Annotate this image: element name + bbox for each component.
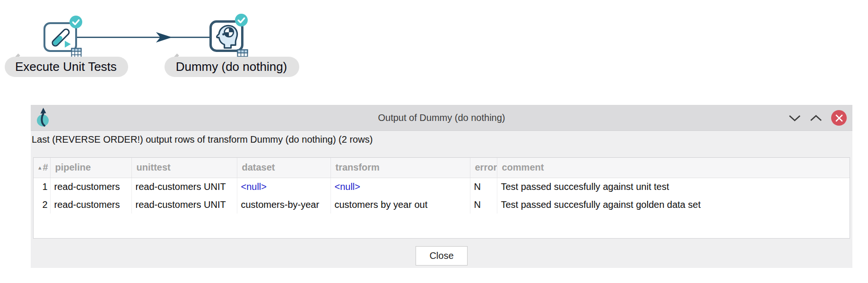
dialog-titlebar[interactable]: Output of Dummy (do nothing) — [31, 105, 852, 131]
column-header-unittest[interactable]: unittest — [131, 158, 237, 178]
cell-error: N — [470, 178, 497, 196]
cell-rownum: 2 — [34, 196, 50, 214]
pipeline-canvas: Execute Unit Tests Dummy (do nothing) — [0, 0, 868, 85]
sort-asc-icon: ▴ — [38, 164, 42, 171]
column-header-rownum[interactable]: ▴# — [34, 158, 50, 178]
maximize-button[interactable] — [810, 114, 822, 122]
transform-label-text: Execute Unit Tests — [15, 60, 117, 74]
cell-dataset: <null> — [237, 178, 330, 196]
cell-comment: Test passed succesfully against unit tes… — [497, 178, 850, 196]
transform-label-dummy[interactable]: Dummy (do nothing) — [165, 57, 299, 77]
output-summary-text: Last (REVERSE ORDER!) output rows of tra… — [32, 134, 373, 145]
cell-transform: customers by year out — [330, 196, 470, 214]
column-header-comment[interactable]: comment — [497, 158, 850, 178]
column-header-dataset[interactable]: dataset — [237, 158, 330, 178]
table-header-row: ▴# pipeline unittest dataset transform e… — [34, 158, 850, 178]
hop-link-arrow[interactable] — [77, 31, 209, 43]
output-rows-table: ▴# pipeline unittest dataset transform e… — [33, 157, 850, 239]
cell-rownum: 1 — [34, 178, 50, 196]
transform-label-execute-unit-tests[interactable]: Execute Unit Tests — [5, 57, 128, 77]
chevron-down-icon — [789, 114, 801, 122]
chevron-up-icon — [810, 114, 822, 122]
column-header-pipeline[interactable]: pipeline — [50, 158, 131, 178]
close-icon — [835, 114, 843, 122]
close-dialog-button[interactable] — [831, 110, 847, 126]
transform-label-text: Dummy (do nothing) — [176, 60, 287, 74]
cell-pipeline: read-customers — [50, 178, 131, 196]
cell-dataset: customers-by-year — [237, 196, 330, 214]
table-row[interactable]: 2 read-customers read-customers UNIT cus… — [34, 196, 850, 214]
table-row[interactable]: 1 read-customers read-customers UNIT <nu… — [34, 178, 850, 196]
cell-pipeline: read-customers — [50, 196, 131, 214]
success-check-icon — [69, 16, 82, 28]
minimize-button[interactable] — [789, 114, 801, 122]
cell-error: N — [470, 196, 497, 214]
dialog-title: Output of Dummy (do nothing) — [31, 105, 852, 131]
cell-unittest: read-customers UNIT — [131, 178, 237, 196]
column-header-error[interactable]: error — [470, 158, 497, 178]
success-check-icon — [235, 14, 248, 26]
output-dialog: Output of Dummy (do nothing) Last (REVER… — [31, 105, 852, 268]
cell-unittest: read-customers UNIT — [131, 196, 237, 214]
column-header-transform[interactable]: transform — [330, 158, 470, 178]
dummy-head-icon — [213, 23, 240, 50]
cell-comment: Test passed succesfully against golden d… — [497, 196, 850, 214]
cell-transform: <null> — [330, 178, 470, 196]
close-button[interactable]: Close — [416, 246, 468, 266]
